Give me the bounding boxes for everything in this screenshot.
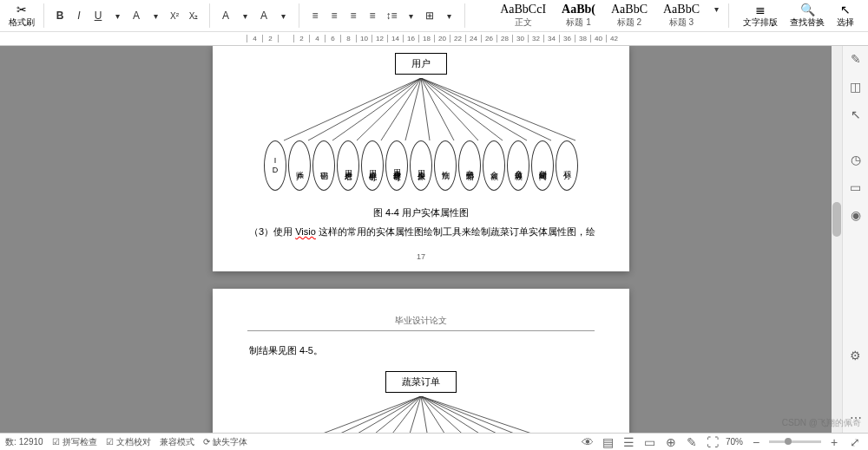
svg-line-15 xyxy=(332,396,421,433)
style-heading2[interactable]: AaBbC 标题 2 xyxy=(603,0,655,31)
ruler-tick xyxy=(278,35,293,42)
spellcheck-toggle[interactable]: ☑ 拼写检查 xyxy=(52,436,97,448)
zoom-in-button[interactable]: + xyxy=(826,434,842,450)
ruler-tick: 4 xyxy=(309,35,325,42)
settings-icon[interactable]: ⚙ xyxy=(848,348,864,363)
attribute-ellipse: 会员等级 xyxy=(507,140,529,191)
missing-font[interactable]: ⟳ 缺失字体 xyxy=(203,436,247,448)
status-bar: 数: 12910 ☑ 拼写检查 ☑ 文档校对 兼容模式 ⟳ 缺失字体 👁 ▤ ☰… xyxy=(0,433,868,450)
ruler-tick: 2 xyxy=(293,35,309,42)
fit-icon[interactable]: ⛶ xyxy=(705,434,720,450)
ruler-tick: 16 xyxy=(403,35,418,42)
clock-icon[interactable]: ◷ xyxy=(848,152,864,167)
edit-mode-icon[interactable]: ✎ xyxy=(684,434,700,450)
page-2[interactable]: 毕业设计论文 制结果见图 4-5。 蔬菜订单 xyxy=(213,289,629,433)
divider xyxy=(299,3,299,28)
subscript-button[interactable]: X₂ xyxy=(185,7,202,24)
document-viewport: 用户 ID账户密码用户姓名用户手机号用户身份证号用户头像性别电子邮箱金额会员等级… xyxy=(0,46,842,433)
highlight-button[interactable]: A xyxy=(217,7,234,24)
ruler-tick: 32 xyxy=(528,35,543,42)
dropdown-icon[interactable]: ▾ xyxy=(440,7,457,24)
align-right-button[interactable]: ≡ xyxy=(345,7,362,24)
font-color-group: A ▾ A ▾ xyxy=(214,7,295,24)
dropdown-icon[interactable]: ▾ xyxy=(147,7,164,24)
svg-line-19 xyxy=(421,396,430,433)
tag-icon[interactable]: ◉ xyxy=(848,207,864,223)
select-button[interactable]: ↖ 选择 xyxy=(832,3,859,29)
scroll-thumb[interactable] xyxy=(832,202,841,237)
svg-line-6 xyxy=(421,78,430,140)
style-heading1[interactable]: AaBb( 标题 1 xyxy=(554,0,603,31)
align-left-button[interactable]: ≡ xyxy=(306,7,324,24)
attribute-ellipse: 账户 xyxy=(288,140,311,191)
watermark: CSDN @飞翔的佩奇 xyxy=(782,417,861,429)
divider xyxy=(728,3,729,28)
style-more-icon[interactable]: ▾ xyxy=(707,0,725,17)
ruler-tick: 28 xyxy=(496,35,512,42)
reading-view-icon[interactable]: ▭ xyxy=(642,434,658,450)
zoom-level[interactable]: 70% xyxy=(726,437,743,447)
er-diagram-order xyxy=(230,396,612,433)
ruler-tick: 12 xyxy=(372,35,387,42)
word-count[interactable]: 数: 12910 xyxy=(5,436,43,448)
bold-button[interactable]: B xyxy=(51,7,69,24)
select-icon[interactable]: ↖ xyxy=(848,107,864,122)
find-replace-button[interactable]: 🔍 查找替换 xyxy=(785,3,830,29)
er-diagram-user: ID账户密码用户姓名用户手机号用户身份证号用户头像性别电子邮箱金额会员等级创建时… xyxy=(230,78,612,199)
svg-line-3 xyxy=(357,78,421,140)
style-normal[interactable]: AaBbCcI 正文 xyxy=(492,0,554,31)
svg-line-25 xyxy=(421,396,575,433)
page-1[interactable]: 用户 ID账户密码用户姓名用户手机号用户身份证号用户头像性别电子邮箱金额会员等级… xyxy=(213,46,629,271)
strikethrough-button[interactable]: A xyxy=(128,7,145,24)
svg-line-8 xyxy=(421,78,478,140)
paragraph: （3）使用 Visio 这样的常用的实体属性图绘制工具来绘制蔬菜订单实体属性图，… xyxy=(230,225,612,240)
font-color-button[interactable]: A xyxy=(255,7,273,24)
svg-line-12 xyxy=(421,78,575,140)
ruler-tick: 26 xyxy=(481,35,496,42)
proofing-toggle[interactable]: ☑ 文档校对 xyxy=(106,436,151,448)
svg-line-22 xyxy=(421,396,503,433)
ruler-tick: 4 xyxy=(247,35,262,42)
indent-button[interactable]: ⊞ xyxy=(421,7,438,24)
ruler-tick: 8 xyxy=(340,35,356,42)
style-heading3[interactable]: AaBbC 标题 3 xyxy=(655,0,707,31)
zoom-slider[interactable] xyxy=(769,440,821,443)
dropdown-icon[interactable]: ▾ xyxy=(236,7,253,24)
right-tool-rail: ✎ ◫ ↖ ◷ ▭ ◉ ⚙ ⋯ xyxy=(842,46,868,433)
line-spacing-button[interactable]: ↕≡ xyxy=(383,7,400,24)
align-justify-button[interactable]: ≡ xyxy=(364,7,381,24)
attribute-ellipse: 用户头像 xyxy=(410,140,432,191)
edit-icon[interactable]: ✎ xyxy=(848,51,864,67)
svg-line-11 xyxy=(421,78,551,140)
layers-icon[interactable]: ▭ xyxy=(848,179,864,195)
zoom-out-button[interactable]: − xyxy=(748,434,764,450)
formatting-toolbar: ✂ 格式刷 B I U ▾ A ▾ X² X₂ A ▾ A ▾ ≡ ≡ ≡ ≡ … xyxy=(0,0,868,32)
dropdown-icon[interactable]: ▾ xyxy=(274,7,292,24)
search-icon: 🔍 xyxy=(800,3,815,16)
dropdown-icon[interactable]: ▾ xyxy=(402,7,419,24)
format-painter-button[interactable]: ✂ 格式刷 xyxy=(3,3,40,29)
align-center-button[interactable]: ≡ xyxy=(326,7,343,24)
page-view-icon[interactable]: ▤ xyxy=(601,434,616,450)
paragraph: 制结果见图 4-5。 xyxy=(230,343,612,359)
dropdown-icon[interactable]: ▾ xyxy=(108,7,126,24)
attribute-ellipse: 积分 xyxy=(556,140,578,191)
italic-button[interactable]: I xyxy=(70,7,88,24)
paragraph-group: ≡ ≡ ≡ ≡ ↕≡ ▾ ⊞ ▾ xyxy=(303,7,461,24)
svg-line-14 xyxy=(308,396,421,433)
web-view-icon[interactable]: ⊕ xyxy=(663,434,679,450)
outline-view-icon[interactable]: ☰ xyxy=(621,434,637,450)
horizontal-ruler[interactable]: 4224681012141618202224262830323436384042 xyxy=(0,32,868,46)
svg-line-10 xyxy=(421,78,527,140)
style-icon[interactable]: ◫ xyxy=(848,79,864,95)
brush-icon: ✂ xyxy=(16,3,27,16)
ruler-tick: 24 xyxy=(465,35,481,42)
fullscreen-icon[interactable]: ⤢ xyxy=(847,434,863,450)
eye-icon[interactable]: 👁 xyxy=(580,434,595,450)
attribute-ellipse: 创建时间 xyxy=(531,140,554,191)
svg-line-0 xyxy=(284,78,421,140)
vertical-scrollbar[interactable] xyxy=(832,46,842,433)
text-layout-button[interactable]: ≣ 文字排版 xyxy=(738,3,783,29)
superscript-button[interactable]: X² xyxy=(166,7,183,24)
underline-button[interactable]: U xyxy=(89,7,107,24)
